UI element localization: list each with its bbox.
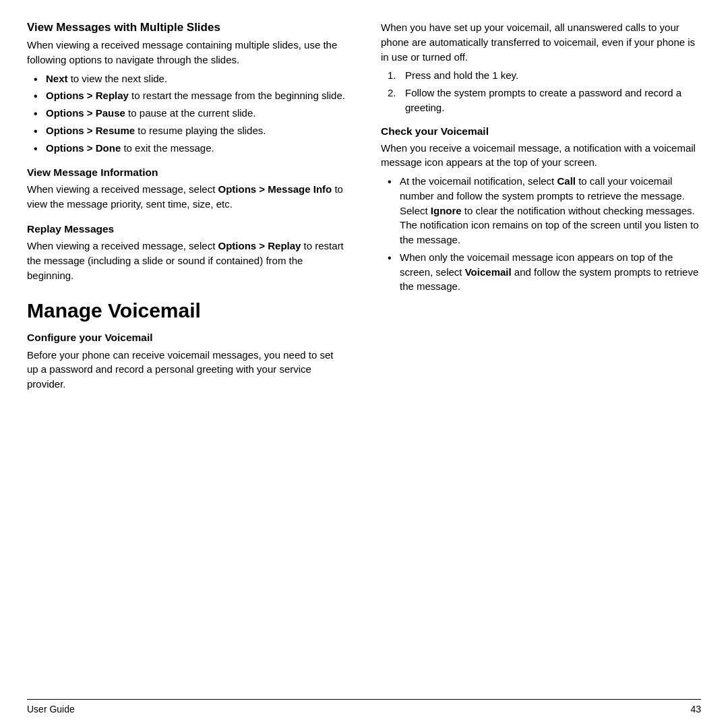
- check-voicemail-bullets: At the voicemail notification, select Ca…: [381, 174, 701, 294]
- options-message-info-bold: Options > Message Info: [218, 183, 332, 195]
- bullet-resume: Options > Resume to resume playing the s…: [34, 123, 347, 138]
- page-container: View Messages with Multiple Slides When …: [0, 0, 728, 728]
- voicemail-intro: When you have set up your voicemail, all…: [381, 20, 701, 64]
- footer-page-number: 43: [690, 704, 701, 715]
- bullet-next-bold: Next: [46, 73, 68, 84]
- section-view-messages: View Messages with Multiple Slides When …: [27, 20, 347, 155]
- page-footer: User Guide 43: [27, 699, 701, 715]
- voicemail-bullet-icon: When only the voicemail message icon app…: [388, 250, 701, 294]
- bullet-replay: Options > Replay to restart the message …: [34, 88, 347, 103]
- call-bold: Call: [557, 175, 576, 187]
- content-area: View Messages with Multiple Slides When …: [27, 20, 701, 692]
- step-num-2: 2.: [388, 86, 396, 100]
- step-num-1: 1.: [388, 68, 396, 83]
- setup-step-1: 1.Press and hold the 1 key.: [394, 68, 701, 83]
- left-column: View Messages with Multiple Slides When …: [27, 20, 354, 692]
- setup-steps: 1.Press and hold the 1 key. 2.Follow the…: [381, 68, 701, 115]
- options-replay-bold: Options > Replay: [218, 240, 301, 251]
- section-replay-title: Replay Messages: [27, 222, 347, 236]
- footer-label: User Guide: [27, 704, 75, 715]
- section-message-info-body: When viewing a received message, select …: [27, 182, 347, 212]
- section-replay-body: When viewing a received message, select …: [27, 239, 347, 282]
- ignore-bold: Ignore: [431, 205, 462, 216]
- voicemail-bullet-call: At the voicemail notification, select Ca…: [388, 174, 701, 247]
- section-check-voicemail: Check your Voicemail When you receive a …: [381, 125, 701, 295]
- check-voicemail-title: Check your Voicemail: [381, 125, 701, 138]
- view-messages-bullets: Next to view the next slide. Options > R…: [27, 71, 347, 156]
- bullet-done-bold: Options > Done: [46, 142, 121, 154]
- bullet-resume-bold: Options > Resume: [46, 125, 135, 136]
- section-view-messages-intro: When viewing a received message containi…: [27, 38, 347, 67]
- check-voicemail-body: When you receive a voicemail message, a …: [381, 141, 701, 171]
- voicemail-bold: Voicemail: [465, 266, 512, 278]
- manage-voicemail-title: Manage Voicemail: [27, 299, 347, 323]
- section-replay-messages: Replay Messages When viewing a received …: [27, 222, 347, 282]
- section-message-info: View Message Information When viewing a …: [27, 166, 347, 212]
- section-view-messages-title: View Messages with Multiple Slides: [27, 20, 347, 35]
- section-configure-voicemail: Configure your Voicemail Before your pho…: [27, 331, 347, 391]
- configure-voicemail-body: Before your phone can receive voicemail …: [27, 348, 347, 392]
- section-manage-voicemail: Manage Voicemail: [27, 299, 347, 323]
- bullet-next: Next to view the next slide.: [34, 71, 347, 86]
- configure-voicemail-title: Configure your Voicemail: [27, 331, 347, 344]
- bullet-done: Options > Done to exit the message.: [34, 141, 347, 156]
- bullet-pause: Options > Pause to pause at the current …: [34, 106, 347, 121]
- right-column: When you have set up your voicemail, all…: [374, 20, 701, 692]
- section-message-info-title: View Message Information: [27, 166, 347, 179]
- bullet-pause-bold: Options > Pause: [46, 107, 125, 119]
- bullet-replay-bold: Options > Replay: [46, 90, 129, 101]
- setup-step-2: 2.Follow the system prompts to create a …: [394, 86, 701, 115]
